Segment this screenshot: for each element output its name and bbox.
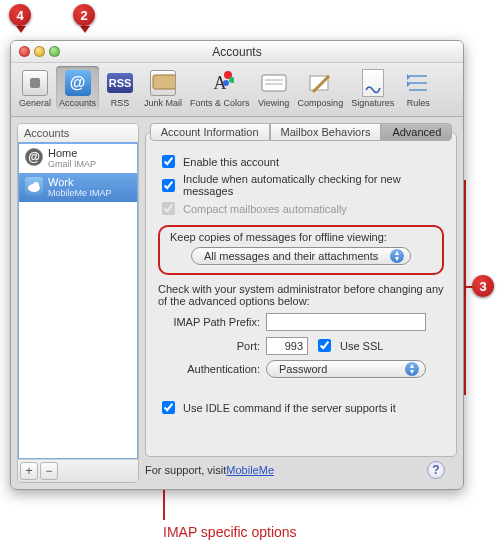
offline-popup-value: All messages and their attachments	[204, 250, 378, 262]
help-button[interactable]: ?	[427, 461, 445, 479]
junk-icon	[150, 70, 176, 96]
annotation-text: IMAP specific options	[163, 524, 297, 540]
window-title: Accounts	[212, 45, 261, 59]
toolbar-viewing[interactable]: Viewing	[255, 66, 293, 109]
port-row: Port: Use SSL	[158, 336, 444, 355]
toolbar-accounts-label: Accounts	[59, 98, 96, 108]
enable-account-label: Enable this account	[183, 156, 279, 168]
zoom-button[interactable]	[49, 46, 60, 57]
toolbar-viewing-label: Viewing	[258, 98, 289, 108]
admin-note: Check with your system administrator bef…	[158, 283, 444, 307]
popup-arrows-icon: ▲▼	[405, 362, 419, 376]
general-icon	[22, 70, 48, 96]
accounts-sidebar: Accounts @ Home Gmail IMAP Work Mobile	[17, 123, 139, 483]
compact-row: Compact mailboxes automatically	[158, 198, 444, 219]
idle-checkbox[interactable]	[162, 401, 175, 414]
toolbar-junk[interactable]: Junk Mail	[141, 66, 185, 109]
accounts-list[interactable]: @ Home Gmail IMAP Work MobileMe IMAP	[17, 142, 139, 460]
account-name: Home	[48, 147, 96, 159]
offline-group: Keep copies of messages for offline view…	[158, 225, 444, 275]
tab-account-information[interactable]: Account Information	[150, 123, 270, 141]
include-auto-checkbox[interactable]	[162, 179, 175, 192]
popup-arrows-icon: ▲▼	[390, 249, 404, 263]
account-item-home[interactable]: @ Home Gmail IMAP	[19, 144, 137, 173]
port-label: Port:	[158, 340, 260, 352]
support-link[interactable]: MobileMe	[226, 464, 274, 476]
svg-rect-6	[262, 75, 286, 91]
compact-checkbox	[162, 202, 175, 215]
enable-account-row[interactable]: Enable this account	[158, 151, 444, 172]
preferences-toolbar: General @ Accounts RSS RSS Junk Mail A F…	[11, 63, 463, 117]
auth-popup[interactable]: Password ▲▼	[266, 360, 426, 378]
idle-row[interactable]: Use IDLE command if the server supports …	[158, 397, 444, 418]
toolbar-composing[interactable]: Composing	[295, 66, 347, 109]
tab-mailbox-behaviors[interactable]: Mailbox Behaviors	[270, 123, 382, 141]
detail-pane: Account Information Mailbox Behaviors Ad…	[145, 123, 457, 483]
sidebar-footer: + −	[18, 459, 138, 482]
fonts-icon: A	[206, 69, 234, 97]
include-auto-label: Include when automatically checking for …	[183, 173, 444, 197]
svg-rect-1	[153, 75, 176, 89]
toolbar-junk-label: Junk Mail	[144, 98, 182, 108]
toolbar-fonts-label: Fonts & Colors	[190, 98, 250, 108]
svg-point-5	[223, 80, 229, 86]
toolbar-signatures[interactable]: Signatures	[348, 66, 397, 109]
toolbar-rules-label: Rules	[407, 98, 430, 108]
toolbar-rules[interactable]: Rules	[399, 66, 437, 109]
add-account-button[interactable]: +	[20, 462, 38, 480]
toolbar-signatures-label: Signatures	[351, 98, 394, 108]
offline-label: Keep copies of messages for offline view…	[170, 231, 432, 243]
enable-account-checkbox[interactable]	[162, 155, 175, 168]
svg-rect-0	[30, 78, 40, 88]
auth-popup-value: Password	[279, 363, 327, 375]
at-icon: @	[65, 70, 91, 96]
auth-label: Authentication:	[158, 363, 260, 375]
rss-icon: RSS	[107, 73, 133, 93]
toolbar-general[interactable]: General	[16, 66, 54, 109]
callout-3: 3	[472, 275, 494, 297]
include-auto-row[interactable]: Include when automatically checking for …	[158, 172, 444, 198]
advanced-pane: Enable this account Include when automat…	[145, 132, 457, 457]
compact-label: Compact mailboxes automatically	[183, 203, 347, 215]
callout-4-tail	[16, 26, 26, 33]
close-button[interactable]	[19, 46, 30, 57]
toolbar-accounts[interactable]: @ Accounts	[56, 66, 99, 109]
preferences-window: Accounts General @ Accounts RSS RSS Junk…	[10, 40, 464, 490]
imap-prefix-input[interactable]	[266, 313, 426, 331]
toolbar-composing-label: Composing	[298, 98, 344, 108]
tab-advanced[interactable]: Advanced	[381, 123, 452, 141]
auth-row: Authentication: Password ▲▼	[158, 360, 444, 378]
viewing-icon	[260, 72, 288, 94]
callout-2: 2	[73, 4, 95, 26]
window-traffic-lights	[19, 46, 60, 57]
account-sub: Gmail IMAP	[48, 159, 96, 169]
remove-account-button[interactable]: −	[40, 462, 58, 480]
ssl-label: Use SSL	[340, 340, 383, 352]
account-item-work[interactable]: Work MobileMe IMAP	[19, 173, 137, 202]
signatures-icon	[362, 69, 384, 97]
detail-tabs: Account Information Mailbox Behaviors Ad…	[145, 123, 457, 141]
support-footer: For support, visit MobileMe ?	[145, 461, 457, 479]
toolbar-fonts[interactable]: A Fonts & Colors	[187, 66, 253, 109]
callout-2-tail	[80, 26, 90, 33]
rules-icon	[405, 70, 431, 96]
callout-4: 4	[9, 4, 31, 26]
idle-label: Use IDLE command if the server supports …	[183, 402, 396, 414]
support-prefix: For support, visit	[145, 464, 226, 476]
toolbar-rss-label: RSS	[111, 98, 130, 108]
imap-prefix-row: IMAP Path Prefix:	[158, 313, 444, 331]
svg-point-11	[33, 182, 39, 188]
sidebar-header: Accounts	[18, 124, 138, 143]
toolbar-rss[interactable]: RSS RSS	[101, 66, 139, 109]
account-sub: MobileMe IMAP	[48, 188, 112, 198]
minimize-button[interactable]	[34, 46, 45, 57]
offline-popup[interactable]: All messages and their attachments ▲▼	[191, 247, 411, 265]
window-titlebar: Accounts	[11, 41, 463, 63]
imap-prefix-label: IMAP Path Prefix:	[158, 316, 260, 328]
toolbar-general-label: General	[19, 98, 51, 108]
ssl-checkbox[interactable]	[318, 339, 331, 352]
account-name: Work	[48, 176, 112, 188]
port-input[interactable]	[266, 337, 308, 355]
at-icon: @	[25, 148, 43, 166]
composing-icon	[307, 70, 333, 96]
